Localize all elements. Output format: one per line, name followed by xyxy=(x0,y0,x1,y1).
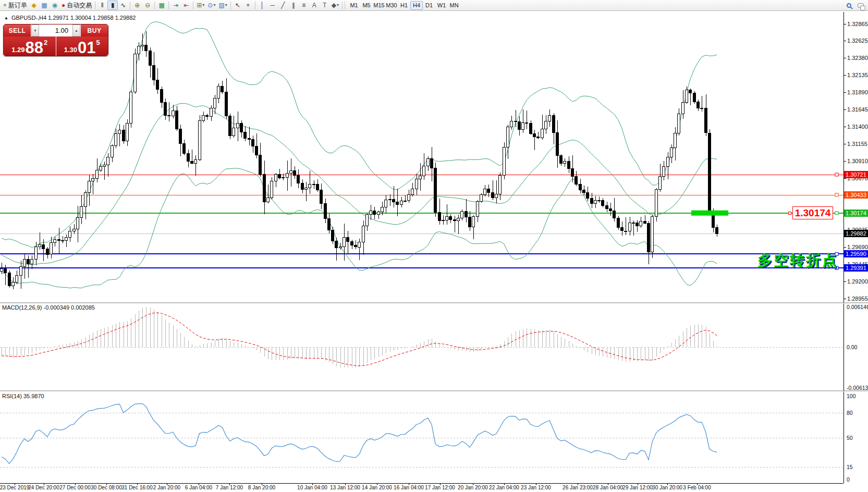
sell-button[interactable]: SELL xyxy=(4,24,31,36)
level-price-tag: 1.30433 xyxy=(844,191,868,199)
volume-decrease-button[interactable]: ▼ xyxy=(31,24,39,36)
autotrading-button[interactable]: ●自动交易 xyxy=(60,1,93,10)
trendline-button[interactable]: ╱ xyxy=(278,1,288,10)
price-axis-tick-label: 1.31155 xyxy=(847,141,868,147)
zoom-out-button[interactable]: ⊖ xyxy=(142,1,153,10)
time-axis-label[interactable]: 17 Jan 12:00 xyxy=(425,485,455,490)
time-axis-label[interactable]: 27 Dec 00:00 xyxy=(59,485,91,490)
volume-box: ▼ 1.00 ▲ xyxy=(31,24,81,36)
timeframe-d1-button[interactable]: D1 xyxy=(423,1,435,10)
time-axis-label[interactable]: 31 Dec 16:00 xyxy=(121,485,153,490)
toolbar-separator xyxy=(230,2,231,9)
timeframe-m30-button[interactable]: M30 xyxy=(385,1,398,10)
navigator-button[interactable]: ◉ xyxy=(50,1,60,10)
price-callout[interactable]: 1.30174 xyxy=(792,206,833,219)
vertical-line-button[interactable]: │ xyxy=(257,1,267,10)
price-axis-tick-label: 1.28955 xyxy=(847,296,868,302)
time-axis-label[interactable]: 26 Jan 23:00 xyxy=(563,485,593,490)
buy-price[interactable]: 1.30 01 5 xyxy=(56,36,108,56)
time-axis-label[interactable]: 23 Dec 2019 xyxy=(0,485,29,490)
turning-point-annotation[interactable]: 多空转折点 xyxy=(757,251,838,270)
chat-icon[interactable] xyxy=(858,3,864,8)
rsi-header: RSI(14) 35.9870 xyxy=(2,393,44,399)
timeframe-mn-button[interactable]: MN xyxy=(448,1,460,10)
buy-button[interactable]: BUY xyxy=(81,24,108,36)
cursor-button[interactable]: ↖ xyxy=(233,1,243,10)
templates-button[interactable]: ▧▾ xyxy=(217,1,228,10)
chart-area[interactable]: ▲ GBPUSD-,H4 1.29971 1.30004 1.29858 1.2… xyxy=(0,11,868,492)
add-indicator-button[interactable]: ⊞▾ xyxy=(195,1,206,10)
tile-windows-icon: ▦ xyxy=(159,1,165,9)
auto-scroll-button[interactable]: ⇥ xyxy=(170,1,181,10)
fibonacci-button[interactable]: ≡ xyxy=(299,1,309,10)
timeframe-m1-button[interactable]: M1 xyxy=(348,1,360,10)
sell-price-prefix: 1.29 xyxy=(11,46,25,54)
price-axis-tick-label: 1.29200 xyxy=(847,278,868,285)
data-window-button[interactable]: ▦ xyxy=(39,1,50,10)
toolbar-separator xyxy=(342,2,343,9)
time-axis-label[interactable]: 22 Jan 04:00 xyxy=(489,485,519,490)
dropdown-arrow-icon: ▾ xyxy=(202,1,204,9)
market-watch-button[interactable]: ◆ xyxy=(29,1,39,10)
line-chart-type-button[interactable]: ∿ xyxy=(118,1,128,10)
cursor-icon: ↖ xyxy=(235,1,240,9)
text-button[interactable]: A xyxy=(309,1,320,10)
time-axis-label[interactable]: 6 Jan 04:00 xyxy=(185,485,212,490)
time-axis-label[interactable]: 16 Jan 04:00 xyxy=(394,485,424,490)
level-price-tag: 1.30721 xyxy=(844,171,868,178)
auto-scroll-icon: ⇥ xyxy=(173,1,178,9)
new-order-button[interactable]: +新订单 xyxy=(2,1,29,10)
autotrading-icon: ● xyxy=(62,1,65,9)
sell-price-pip: 2 xyxy=(44,39,47,46)
time-axis-label[interactable]: 30 Dec 08:00 xyxy=(91,485,122,490)
periods-button[interactable]: ⊙▾ xyxy=(206,1,217,10)
navigator-icon: ◉ xyxy=(52,1,57,9)
time-axis-label[interactable]: 7 Jan 12:00 xyxy=(216,485,243,490)
channel-button[interactable]: ∥ xyxy=(288,1,299,10)
text-label-icon: T xyxy=(323,1,326,9)
bar-chart-type-button[interactable]: ‖ xyxy=(97,1,107,10)
timeframe-h4-button[interactable]: H4 xyxy=(410,1,423,10)
timeframe-w1-button[interactable]: W1 xyxy=(435,1,448,10)
price-axis-tick-label: 1.31890 xyxy=(847,89,868,95)
sell-price[interactable]: 1.29 88 2 xyxy=(4,36,56,56)
chart-canvas[interactable] xyxy=(0,11,868,492)
price-callout-anchor xyxy=(788,212,791,215)
level-price-tag: 1.29590 xyxy=(844,250,868,257)
time-axis-label[interactable]: 13 Jan 12:00 xyxy=(330,485,360,490)
time-axis-label[interactable]: 20 Jan 20:00 xyxy=(458,485,488,490)
time-axis-label[interactable]: 10 Jan 04:00 xyxy=(297,485,327,490)
templates-icon: ▧ xyxy=(218,1,224,9)
volume-input[interactable]: 1.00 xyxy=(39,24,72,36)
volume-increase-button[interactable]: ▲ xyxy=(72,24,80,36)
level-price-tag: 1.30174 xyxy=(844,210,868,217)
price-axis-tick-label: 1.31400 xyxy=(847,124,868,130)
time-axis-label[interactable]: 30 Jan 20:00 xyxy=(652,485,682,490)
crosshair-button[interactable]: + xyxy=(243,1,253,10)
time-axis-label[interactable]: 2 Jan 20:00 xyxy=(153,485,180,490)
time-axis-label[interactable]: 23 Jan 12:00 xyxy=(521,485,551,490)
timeframe-h1-button[interactable]: H1 xyxy=(398,1,410,10)
time-axis-label[interactable]: 14 Jan 20:00 xyxy=(362,485,392,490)
time-axis-label[interactable]: 28 Jan 04:00 xyxy=(593,485,623,490)
rsi-axis-label: 100 xyxy=(847,393,868,399)
search-icon[interactable] xyxy=(847,3,851,8)
candlestick-chart-type-button[interactable]: ▮ xyxy=(107,1,118,10)
timeframe-m5-button[interactable]: M5 xyxy=(360,1,373,10)
horizontal-line-button[interactable]: ─ xyxy=(267,1,278,10)
zoom-out-icon: ⊖ xyxy=(145,1,150,9)
time-axis-label[interactable]: 29 Jan 12:00 xyxy=(622,485,653,490)
data-window-icon: ▦ xyxy=(41,1,47,9)
text-label-button[interactable]: T xyxy=(320,1,330,10)
timeframe-m15-button[interactable]: M15 xyxy=(373,1,385,10)
toolbar-separator xyxy=(130,2,130,9)
shapes-button[interactable]: ◆▾ xyxy=(330,1,340,10)
zoom-in-button[interactable]: ⊕ xyxy=(132,1,142,10)
time-axis-label[interactable]: 24 Dec 20:00 xyxy=(28,485,59,490)
trade-panel-collapse-icon[interactable]: ▲ xyxy=(4,16,8,20)
time-axis-label[interactable]: 3 Feb 04:00 xyxy=(683,485,711,490)
chart-shift-button[interactable]: ⇤ xyxy=(181,1,191,10)
tile-windows-button[interactable]: ▦ xyxy=(156,1,167,10)
channel-icon: ∥ xyxy=(292,1,295,9)
time-axis-label[interactable]: 8 Jan 20:00 xyxy=(248,485,275,490)
